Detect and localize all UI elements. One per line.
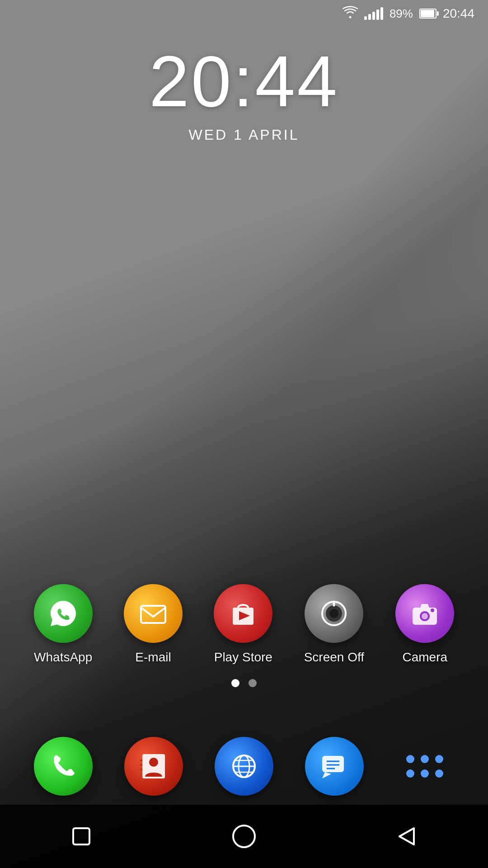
- camera-icon[interactable]: [395, 584, 454, 643]
- svg-rect-0: [141, 606, 165, 623]
- drawer-dot: [421, 769, 429, 778]
- app-row: WhatsApp E-mail Play Store: [0, 584, 488, 665]
- drawer-dot: [421, 755, 429, 763]
- page-dot-2[interactable]: [249, 679, 257, 687]
- contacts-icon[interactable]: [124, 737, 183, 796]
- home-button[interactable]: [226, 818, 262, 854]
- battery-icon: [419, 9, 436, 19]
- svg-point-12: [149, 758, 158, 767]
- app-item-screenoff[interactable]: Screen Off: [304, 584, 364, 665]
- messaging-icon[interactable]: [305, 737, 364, 796]
- status-icons: 89% 20:44: [343, 6, 474, 22]
- svg-point-10: [431, 609, 434, 612]
- whatsapp-icon[interactable]: [34, 584, 93, 643]
- drawer-dot: [406, 769, 414, 778]
- app-item-contacts[interactable]: [124, 737, 183, 796]
- svg-point-9: [422, 613, 428, 619]
- appdrawer-dots-grid: [406, 755, 443, 778]
- app-item-browser[interactable]: [215, 737, 273, 796]
- svg-point-27: [233, 826, 255, 847]
- recent-apps-button[interactable]: [63, 818, 99, 854]
- whatsapp-label: WhatsApp: [34, 650, 92, 665]
- clock-area: 20:44 WED 1 APRIL: [0, 45, 488, 143]
- drawer-dot: [406, 755, 414, 763]
- phone-icon[interactable]: [34, 737, 93, 796]
- drawer-dot: [435, 769, 443, 778]
- camera-label: Camera: [403, 650, 448, 665]
- clock-time: 20:44: [0, 45, 488, 118]
- email-label: E-mail: [135, 650, 171, 665]
- drawer-dot: [435, 755, 443, 763]
- nav-bar: [0, 805, 488, 868]
- screenoff-icon[interactable]: [305, 584, 363, 643]
- app-item-phone[interactable]: [34, 737, 93, 796]
- page-dot-1[interactable]: [231, 679, 239, 687]
- wifi-icon: [343, 6, 358, 22]
- browser-icon[interactable]: [215, 737, 273, 796]
- screenoff-label: Screen Off: [304, 650, 364, 665]
- svg-rect-26: [73, 828, 89, 844]
- bottom-dock: [0, 737, 488, 796]
- clock-date: WED 1 APRIL: [0, 127, 488, 143]
- app-item-messaging[interactable]: [305, 737, 364, 796]
- page-dots: [0, 679, 488, 687]
- battery-percentage: 89%: [389, 7, 413, 21]
- back-button[interactable]: [389, 818, 425, 854]
- signal-icon: [364, 7, 383, 20]
- appdrawer-icon[interactable]: [395, 737, 454, 796]
- playstore-label: Play Store: [214, 650, 272, 665]
- svg-point-5: [329, 609, 338, 618]
- app-item-playstore[interactable]: Play Store: [214, 584, 272, 665]
- status-bar: 89% 20:44: [0, 0, 488, 27]
- app-item-email[interactable]: E-mail: [124, 584, 183, 665]
- app-item-whatsapp[interactable]: WhatsApp: [34, 584, 93, 665]
- app-item-camera[interactable]: Camera: [395, 584, 454, 665]
- email-icon[interactable]: [124, 584, 183, 643]
- svg-marker-22: [322, 772, 331, 778]
- svg-marker-28: [399, 828, 414, 844]
- status-time: 20:44: [443, 6, 474, 21]
- playstore-icon[interactable]: [214, 584, 272, 643]
- svg-rect-21: [322, 756, 344, 772]
- app-item-appdrawer[interactable]: [395, 737, 454, 796]
